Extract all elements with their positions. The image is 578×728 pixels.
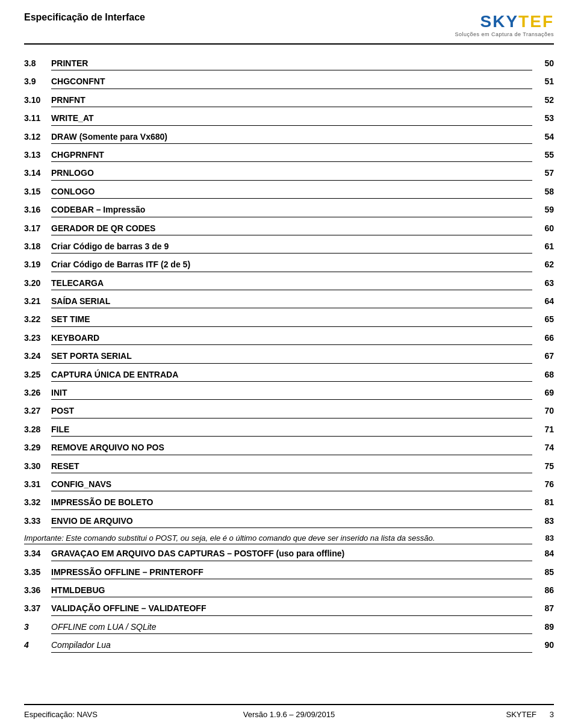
- toc-num: 3.22: [24, 313, 51, 326]
- toc-page: 84: [536, 547, 554, 560]
- logo-sky: SKY: [480, 12, 519, 31]
- footer-brand: SKYTEF: [506, 710, 537, 719]
- toc-label: CONFIG_NAVS: [51, 478, 532, 491]
- toc-num: 3.24: [24, 349, 51, 362]
- toc-label: REMOVE ARQUIVO NO POS: [51, 441, 532, 455]
- toc-item-3-30: 3.30 RESET 75: [24, 459, 554, 475]
- toc-page: 52: [536, 93, 554, 107]
- toc-page: 67: [536, 349, 554, 362]
- toc-num: 3.28: [24, 423, 51, 436]
- toc-page: 71: [536, 423, 554, 436]
- toc-label: PRNLOGO: [51, 166, 532, 180]
- logo-container: SKYTEF Soluções em Captura de Transações: [455, 12, 554, 37]
- toc-label: FILE: [51, 423, 532, 437]
- toc-label: GRAVAÇAO EM ARQUIVO DAS CAPTURAS – POSTO…: [51, 547, 532, 561]
- toc-item-3-13: 3.13 CHGPRNFNT 55: [24, 148, 554, 164]
- footer: Especificação: NAVS Versão 1.9.6 – 29/09…: [24, 704, 554, 719]
- toc-page: 51: [536, 75, 554, 88]
- toc-label: CODEBAR – Impressão: [51, 203, 532, 217]
- toc-label: TELECARGA: [51, 276, 532, 290]
- toc-page: 55: [536, 148, 554, 161]
- toc-num: 3.27: [24, 404, 51, 417]
- toc-list-1: 3.8 PRINTER 50 3.9 CHGCONFNT 51 3.10 PRN…: [24, 57, 554, 530]
- toc-page: 70: [536, 404, 554, 417]
- toc-page: 53: [536, 111, 554, 125]
- toc-num: 3.37: [24, 602, 51, 615]
- toc-item-3-11: 3.11 WRITE_AT 53: [24, 111, 554, 127]
- toc-num: 3.8: [24, 57, 51, 70]
- toc-page: 65: [536, 313, 554, 326]
- toc-label: VALIDAÇÃO OFFLINE – VALIDATEOFF: [51, 602, 532, 615]
- toc-page: 64: [536, 294, 554, 308]
- toc-num: 3.35: [24, 565, 51, 579]
- toc-num: 3.36: [24, 583, 51, 597]
- toc-label: ENVIO DE ARQUIVO: [51, 514, 532, 528]
- toc-item-3-33: 3.33 ENVIO DE ARQUIVO 83: [24, 514, 554, 530]
- toc-item-3-18: 3.18 Criar Código de barras 3 de 9 61: [24, 240, 554, 255]
- toc-label: CAPTURA ÚNICA DE ENTRADA: [51, 368, 532, 382]
- toc-section-page: 90: [536, 638, 554, 652]
- toc-section-label: OFFLINE com LUA / SQLite: [51, 620, 532, 634]
- toc-item-3-25: 3.25 CAPTURA ÚNICA DE ENTRADA 68: [24, 368, 554, 384]
- toc-item-3-9: 3.9 CHGCONFNT 51: [24, 75, 554, 90]
- toc-note-page: 83: [536, 534, 554, 543]
- toc-num: 3.30: [24, 459, 51, 473]
- toc-page: 86: [536, 583, 554, 597]
- toc-num: 3.17: [24, 222, 51, 235]
- toc-num: 3.34: [24, 547, 51, 560]
- toc-page: 76: [536, 478, 554, 491]
- toc-page: 62: [536, 258, 554, 271]
- toc-page: 59: [536, 203, 554, 216]
- toc-num: 3.10: [24, 93, 51, 107]
- toc-note-text: Importante: Este comando substitui o POS…: [24, 534, 532, 544]
- toc-page: 75: [536, 459, 554, 473]
- toc-page: 69: [536, 386, 554, 399]
- toc-page: 83: [536, 514, 554, 527]
- toc-section-num: 4: [24, 638, 51, 652]
- toc-num: 3.20: [24, 276, 51, 290]
- toc-num: 3.26: [24, 386, 51, 399]
- toc-label: PRINTER: [51, 57, 532, 70]
- toc-label: WRITE_AT: [51, 111, 532, 125]
- toc-num: 3.18: [24, 240, 51, 253]
- toc-item-3-12: 3.12 DRAW (Somente para Vx680) 54: [24, 130, 554, 146]
- toc-label: CHGCONFNT: [51, 75, 532, 89]
- toc-page: 87: [536, 602, 554, 615]
- toc-num: 3.13: [24, 148, 51, 161]
- toc-sections-list: 3 OFFLINE com LUA / SQLite 89 4 Compilad…: [24, 620, 554, 655]
- toc-page: 61: [536, 240, 554, 253]
- toc-item-3-19: 3.19 Criar Código de Barras ITF (2 de 5)…: [24, 258, 554, 273]
- toc-num: 3.33: [24, 514, 51, 527]
- toc-label: CONLOGO: [51, 185, 532, 199]
- toc-num: 3.12: [24, 130, 51, 143]
- toc-section-page: 89: [536, 620, 554, 633]
- logo-subtitle: Soluções em Captura de Transações: [455, 31, 554, 37]
- toc-label: HTMLDEBUG: [51, 583, 532, 597]
- toc-item-3-20: 3.20 TELECARGA 63: [24, 276, 554, 292]
- toc-num: 3.23: [24, 331, 51, 344]
- toc-item-3-27: 3.27 POST 70: [24, 404, 554, 420]
- logo-tef: TEF: [518, 12, 554, 31]
- toc-label: CHGPRNFNT: [51, 148, 532, 162]
- toc-item-3-16: 3.16 CODEBAR – Impressão 59: [24, 203, 554, 219]
- toc-num: 3.9: [24, 75, 51, 88]
- logo: SKYTEF: [480, 12, 554, 31]
- toc-page: 50: [536, 57, 554, 70]
- footer-left: Especificação: NAVS: [24, 710, 200, 719]
- toc-section-label: Compilador Lua: [51, 638, 532, 652]
- toc-item-3-14: 3.14 PRNLOGO 57: [24, 166, 554, 182]
- toc-page: 54: [536, 130, 554, 143]
- toc-item-3-10: 3.10 PRNFNT 52: [24, 93, 554, 109]
- toc-label: PRNFNT: [51, 93, 532, 107]
- toc-item-3-17: 3.17 GERADOR DE QR CODES 60: [24, 222, 554, 237]
- toc-note-row: Importante: Este comando substitui o POS…: [24, 534, 554, 544]
- toc-item-3-34: 3.34 GRAVAÇAO EM ARQUIVO DAS CAPTURAS – …: [24, 547, 554, 562]
- toc-page: 74: [536, 441, 554, 454]
- toc-num: 3.21: [24, 294, 51, 308]
- toc-item-3-28: 3.28 FILE 71: [24, 423, 554, 438]
- toc-item-3-15: 3.15 CONLOGO 58: [24, 185, 554, 201]
- toc-num: 3.16: [24, 203, 51, 216]
- header-title: Especificação de Interface: [24, 12, 145, 23]
- toc-item-3-26: 3.26 INIT 69: [24, 386, 554, 402]
- toc-num: 3.19: [24, 258, 51, 271]
